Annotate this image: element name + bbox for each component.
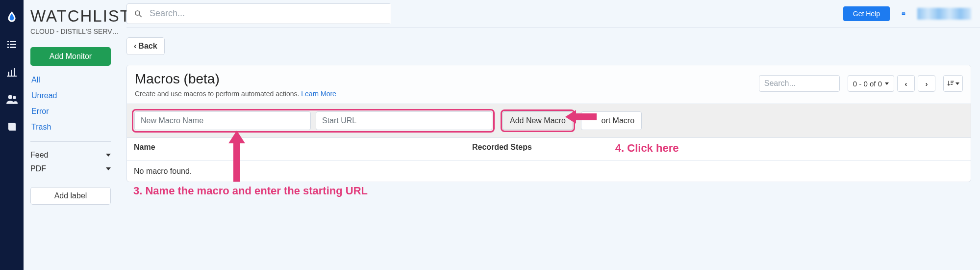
svg-point-10 [8,95,12,99]
svg-rect-0 [7,41,9,42]
user-menu[interactable] [917,8,971,20]
list-icon[interactable] [5,37,19,51]
svg-rect-2 [7,44,9,45]
chevron-down-icon [106,154,111,157]
svg-rect-4 [7,47,9,48]
nav-rail [0,0,24,270]
svg-rect-6 [8,72,9,76]
sort-icon [947,80,955,87]
annotation-step4: 4. Click here [615,142,679,155]
table-empty: No macro found. [127,161,971,182]
sidebar-link-unread[interactable]: Unread [30,90,123,101]
global-search[interactable] [126,3,391,24]
pager-range[interactable]: 0 - 0 of 0 [848,75,894,92]
sidebar-link-all[interactable]: All [30,75,123,85]
topbar: Get Help [126,0,980,27]
mail-icon[interactable] [898,9,909,19]
sidebar-dropdown-pdf[interactable]: PDF [30,164,111,173]
svg-point-12 [135,11,140,15]
chevron-left-icon: ‹ [134,42,136,51]
book-icon[interactable] [5,120,19,134]
back-button[interactable]: ‹ Back [126,37,165,55]
column-steps: Recorded Steps [472,143,532,156]
sort-button[interactable] [943,75,963,92]
highlight-inputs [132,109,495,133]
macro-url-input[interactable] [316,111,492,130]
import-macro-label: ort Macro [602,116,635,125]
macros-panel: Macros (beta) Create and use macros to p… [126,65,971,182]
pager-prev[interactable]: ‹ [897,75,915,92]
chevron-down-icon [885,82,889,85]
macro-form: Add New Macro Import Macro [127,104,971,138]
pager: 0 - 0 of 0 ‹ › [848,75,935,92]
drop-logo-icon[interactable] [5,10,19,24]
main: Get Help ‹ Back Macros (beta) Create and… [126,0,980,270]
column-name: Name [134,143,452,156]
add-macro-button[interactable]: Add New Macro [503,111,573,130]
svg-rect-3 [10,44,16,45]
sidebar-divider [30,141,111,142]
sidebar-dropdown-label: PDF [30,164,46,173]
sidebar: WATCHLIST CLOUD - DISTILL'S SERV… Add Mo… [24,0,126,270]
search-icon [127,9,150,18]
annotation-step3: 3. Name the macro and enter the starting… [133,185,368,197]
sidebar-link-trash[interactable]: Trash [30,122,123,133]
svg-point-11 [13,96,16,100]
sidebar-dropdown-label: Feed [30,151,48,160]
svg-rect-7 [11,70,12,76]
get-help-button[interactable]: Get Help [843,6,890,21]
svg-rect-9 [7,76,17,77]
highlight-add-button: Add New Macro [501,109,575,132]
sidebar-dropdown-feed[interactable]: Feed [30,151,111,160]
panel-title: Macros (beta) [135,71,749,87]
svg-line-13 [139,15,142,17]
chevron-down-icon [955,82,959,85]
add-monitor-button[interactable]: Add Monitor [30,47,111,66]
sidebar-link-error[interactable]: Error [30,106,123,117]
panel-description: Create and use macros to perform automat… [135,90,749,98]
svg-rect-8 [14,68,15,76]
macro-name-input[interactable] [134,111,311,130]
svg-rect-1 [10,41,16,42]
content: ‹ Back Macros (beta) Create and use macr… [126,27,980,192]
macros-search-input[interactable] [759,75,840,92]
learn-more-link[interactable]: Learn More [301,90,336,98]
panel-header: Macros (beta) Create and use macros to p… [127,65,971,104]
table-header: Name Recorded Steps 4. Click here [127,138,971,161]
page-subtitle: CLOUD - DISTILL'S SERV… [30,27,123,35]
svg-rect-5 [10,47,16,48]
users-icon[interactable] [5,92,19,106]
pager-next[interactable]: › [918,75,935,92]
add-label-button[interactable]: Add label [30,187,111,205]
page-title: WATCHLIST [30,7,123,26]
chevron-down-icon [106,167,111,170]
back-label: Back [138,42,157,51]
search-input[interactable] [150,4,391,24]
import-macro-button[interactable]: Import Macro [581,111,642,130]
bar-chart-icon[interactable] [5,65,19,79]
